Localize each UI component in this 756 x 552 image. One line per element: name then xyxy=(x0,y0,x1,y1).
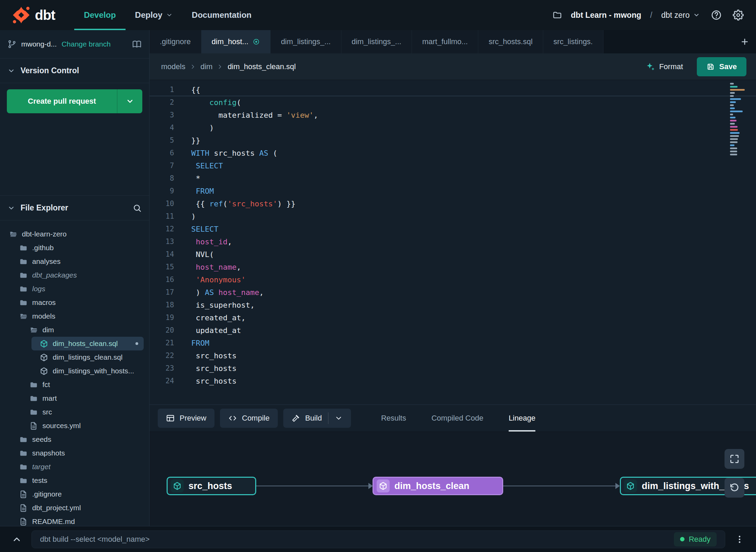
tree-item-dbt-project-yml[interactable]: dbt_project.yml xyxy=(0,501,149,515)
gear-icon[interactable] xyxy=(733,10,744,21)
dbt-logo[interactable]: dbt xyxy=(12,6,55,24)
tree-item-analyses[interactable]: analyses xyxy=(0,255,149,268)
code-line-1[interactable]: 1{{ xyxy=(149,84,756,96)
tree-item-label: dbt-learn-zero xyxy=(22,230,67,238)
code-line-22[interactable]: 22 src_hosts xyxy=(149,349,756,362)
code-line-20[interactable]: 20 updated_at xyxy=(149,324,756,337)
tree-item-readme-md[interactable]: README.md xyxy=(0,515,149,526)
lineage-node-src-hosts[interactable]: src_hosts xyxy=(167,477,256,495)
command-input[interactable]: dbt build --select <model_name> Ready xyxy=(31,530,725,548)
create-pull-request-label[interactable]: Create pull request xyxy=(7,89,117,113)
sparkles-icon xyxy=(646,62,655,72)
code-line-4[interactable]: 4 ) xyxy=(149,121,756,134)
code-line-3[interactable]: 3 materialized = 'view', xyxy=(149,109,756,121)
chevron-up-icon[interactable] xyxy=(12,534,22,544)
code-line-8[interactable]: 8 * xyxy=(149,172,756,185)
pr-dropdown-toggle[interactable] xyxy=(117,89,142,113)
code-line-18[interactable]: 18 is_superhost, xyxy=(149,299,756,311)
code-line-2[interactable]: 2 config( xyxy=(149,96,756,109)
panel-tabs: ResultsCompiled CodeLineage xyxy=(381,405,535,432)
tree-item-tests[interactable]: tests xyxy=(0,474,149,487)
tree-item-label: dim_hosts_clean.sql xyxy=(53,339,118,348)
code-line-14[interactable]: 14 NVL( xyxy=(149,248,756,261)
panel-tab-lineage[interactable]: Lineage xyxy=(509,405,535,432)
line-number: 21 xyxy=(149,337,174,349)
kebab-menu-icon[interactable] xyxy=(735,535,744,544)
docs-book-icon[interactable] xyxy=(132,39,142,49)
code-line-24[interactable]: 24 src_hosts xyxy=(149,375,756,387)
tree-item-src[interactable]: src xyxy=(0,405,149,419)
panel-button-build[interactable]: Build xyxy=(283,409,351,428)
code-line-12[interactable]: 12SELECT xyxy=(149,223,756,235)
code-line-15[interactable]: 15 host_name, xyxy=(149,261,756,273)
new-tab-button[interactable] xyxy=(733,30,756,53)
change-branch-link[interactable]: Change branch xyxy=(62,40,111,48)
nav-item-label: Deploy xyxy=(135,10,162,20)
tab-gitignore[interactable]: .gitignore xyxy=(149,30,201,53)
tab-dim-listings[interactable]: dim_listings_... xyxy=(341,30,412,53)
lineage-graph[interactable]: src_hostsdim_hosts_cleandim_listings_wit… xyxy=(149,432,756,526)
tree-item-mart[interactable]: mart xyxy=(0,391,149,405)
tree-item-dim-listings-with-hosts[interactable]: dim_listings_with_hosts... xyxy=(0,364,149,378)
search-icon[interactable] xyxy=(133,204,142,213)
code-editor[interactable]: 1{{2 config(3 materialized = 'view',4 )5… xyxy=(149,80,756,405)
tree-item-dbt-learn-zero[interactable]: dbt-learn-zero xyxy=(0,227,149,241)
nav-item-documentation[interactable]: Documentation xyxy=(182,0,261,30)
create-pull-request-button[interactable]: Create pull request xyxy=(7,89,142,113)
panel-tab-compiled-code[interactable]: Compiled Code xyxy=(431,405,483,432)
tab-dim-listings[interactable]: dim_listings_... xyxy=(271,30,341,53)
file-explorer-header[interactable]: File Explorer xyxy=(0,195,149,220)
code-line-23[interactable]: 23 src_hosts xyxy=(149,362,756,375)
lineage-node-label: src_hosts xyxy=(188,481,232,491)
tab-src-hosts-sql[interactable]: src_hosts.sql xyxy=(478,30,543,53)
tree-item-seeds[interactable]: seeds xyxy=(0,433,149,446)
save-button[interactable]: Save xyxy=(697,57,746,76)
lineage-node-dim-hosts-clean[interactable]: dim_hosts_clean xyxy=(373,477,503,495)
navbar-right: dbt Learn - mwong / dbt zero xyxy=(552,10,744,21)
tree-item-sources-yml[interactable]: sources.yml xyxy=(0,419,149,433)
reset-view-button[interactable] xyxy=(725,478,744,498)
file-explorer-label: File Explorer xyxy=(21,203,68,213)
code-line-17[interactable]: 17 ) AS host_name, xyxy=(149,286,756,299)
tree-item-logs[interactable]: logs xyxy=(0,282,149,296)
nav-item-deploy[interactable]: Deploy xyxy=(126,0,182,30)
panel-tab-results[interactable]: Results xyxy=(381,405,406,432)
code-line-5[interactable]: 5}} xyxy=(149,134,756,147)
tree-item-target[interactable]: target xyxy=(0,460,149,474)
nav-item-develop[interactable]: Develop xyxy=(74,0,125,30)
fullscreen-button[interactable] xyxy=(725,449,744,469)
tree-item-models[interactable]: models xyxy=(0,309,149,323)
chevron-down-icon[interactable] xyxy=(335,414,343,422)
tree-item-github[interactable]: .github xyxy=(0,241,149,255)
tree-item-snapshots[interactable]: snapshots xyxy=(0,446,149,460)
folder-icon xyxy=(29,381,38,389)
code-line-21[interactable]: 21FROM xyxy=(149,337,756,349)
code-line-10[interactable]: 10 {{ ref('src_hosts') }} xyxy=(149,197,756,210)
format-button[interactable]: Format xyxy=(646,62,683,72)
panel-button-compile[interactable]: Compile xyxy=(220,409,278,428)
tree-item-dim-listings-clean-sql[interactable]: dim_listings_clean.sql xyxy=(0,350,149,364)
code-line-19[interactable]: 19 created_at, xyxy=(149,311,756,324)
breadcrumb-item: dim_hosts_clean.sql xyxy=(225,62,298,71)
code-line-7[interactable]: 7 SELECT xyxy=(149,159,756,172)
panel-button-preview[interactable]: Preview xyxy=(158,409,214,428)
tree-item-gitignore[interactable]: .gitignore xyxy=(0,487,149,501)
code-line-16[interactable]: 16 'Anonymous' xyxy=(149,273,756,286)
version-control-header[interactable]: Version Control xyxy=(0,58,149,83)
code-line-6[interactable]: 6WITH src_hosts AS ( xyxy=(149,147,756,159)
tree-item-fct[interactable]: fct xyxy=(0,378,149,391)
code-line-11[interactable]: 11) xyxy=(149,210,756,223)
tab-dim-host[interactable]: dim_host... xyxy=(201,30,271,53)
tab-mart-fullmo[interactable]: mart_fullmo... xyxy=(412,30,478,53)
tree-item-dbt-packages[interactable]: dbt_packages xyxy=(0,268,149,282)
environment-selector[interactable]: dbt zero xyxy=(661,11,700,20)
help-icon[interactable] xyxy=(711,10,722,21)
minimap[interactable] xyxy=(730,83,750,157)
tab-src-listings[interactable]: src_listings. xyxy=(543,30,603,53)
code-line-9[interactable]: 9 FROM xyxy=(149,185,756,197)
tree-item-macros[interactable]: macros xyxy=(0,296,149,309)
tree-item-dim[interactable]: dim xyxy=(0,323,149,337)
tree-item-dim-hosts-clean-sql[interactable]: dim_hosts_clean.sql xyxy=(31,337,144,350)
code-line-13[interactable]: 13 host_id, xyxy=(149,235,756,248)
chevron-down-icon xyxy=(166,12,173,18)
